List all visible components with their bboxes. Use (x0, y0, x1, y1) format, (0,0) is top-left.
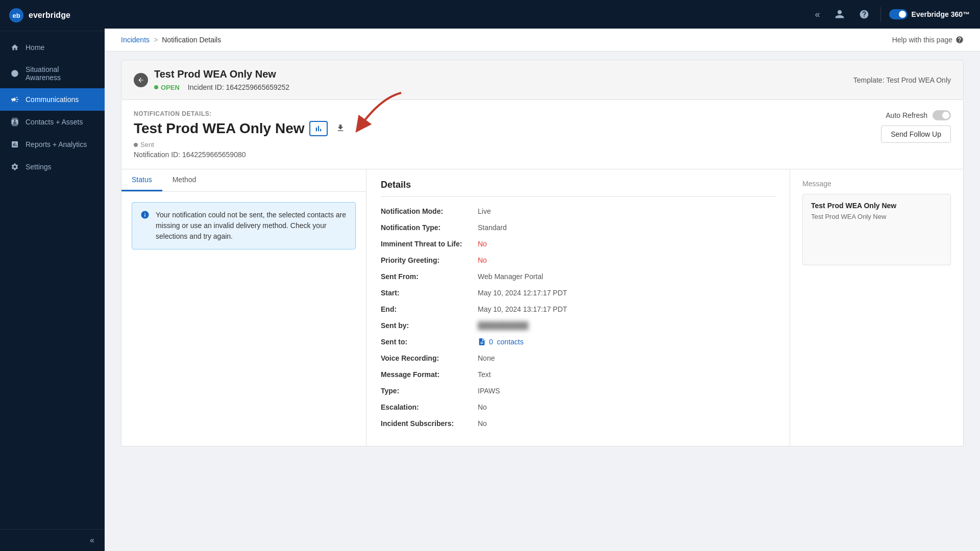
help-link-label: Help with this page (892, 36, 952, 44)
detail-row-priority: Priority Greeting: No (381, 256, 775, 264)
chart-icon (10, 140, 19, 149)
detail-label-imminent: Imminent Threat to Life: (381, 240, 478, 248)
incident-meta: OPEN Incident ID: 1642259665659252 (154, 83, 289, 91)
detail-row-ipaws-type: Type: IPAWS (381, 387, 775, 395)
svg-text:eb: eb (12, 12, 20, 19)
status-label: OPEN (161, 84, 180, 91)
collapse-button[interactable]: « (86, 534, 99, 547)
detail-row-sent-from: Sent From: Web Manager Portal (381, 272, 775, 281)
detail-row-voice: Voice Recording: None (381, 354, 775, 362)
detail-value-escalation: No (478, 403, 487, 411)
sidebar-item-communications-label: Communications (26, 95, 79, 104)
help-link[interactable]: Help with this page (892, 36, 964, 44)
everbridge-360-toggle[interactable] (889, 9, 908, 19)
sidebar-collapse[interactable]: « (0, 529, 105, 551)
message-title: Test Prod WEA Only New (811, 202, 942, 210)
contacts-file-icon (478, 338, 486, 346)
sidebar-item-communications[interactable]: Communications (0, 88, 105, 111)
detail-row-end: End: May 10, 2024 13:17:17 PDT (381, 305, 775, 313)
incident-id: Incident ID: 1642259665659252 (188, 83, 289, 91)
detail-label-sent-from: Sent From: (381, 272, 478, 281)
detail-label-end: End: (381, 305, 478, 313)
sent-label: Sent (140, 141, 154, 148)
sidebar-item-reports-analytics[interactable]: Reports + Analytics (0, 133, 105, 156)
detail-value-format: Text (478, 370, 491, 379)
tabs-section: Status Method Your notification could no… (121, 169, 366, 446)
details-section: Details Notification Mode: Live Notifica… (366, 169, 790, 446)
main-area: « Everbridge 360™ Incidents > Notificati… (105, 0, 980, 551)
chart-icon-button[interactable] (309, 121, 328, 136)
sidebar-item-settings[interactable]: Settings (0, 156, 105, 178)
detail-label-ipaws-type: Type: (381, 387, 478, 395)
sidebar-item-home[interactable]: Home (0, 36, 105, 59)
sidebar-item-situational-label: Situational Awareness (26, 65, 94, 82)
notification-header-wrap: NOTIFICATION DETAILS: Test Prod WEA Only… (134, 110, 951, 159)
detail-label-escalation: Escalation: (381, 403, 478, 411)
tab-method[interactable]: Method (162, 169, 207, 191)
everbridge-logo-icon: eb (8, 7, 24, 23)
action-right: Auto Refresh Send Follow Up (881, 110, 951, 143)
notification-section: NOTIFICATION DETAILS: Test Prod WEA Only… (121, 100, 964, 169)
home-icon (10, 43, 19, 52)
detail-label-priority: Priority Greeting: (381, 256, 478, 264)
detail-label-sent-to: Sent to: (381, 338, 478, 346)
send-followup-button[interactable]: Send Follow Up (881, 126, 951, 143)
auto-refresh-row: Auto Refresh (886, 110, 951, 120)
detail-row-escalation: Escalation: No (381, 403, 775, 411)
notification-title-row: Test Prod WEA Only New (134, 120, 881, 137)
detail-row-sent-by: Sent by: ██████████ (381, 321, 775, 330)
detail-row-imminent: Imminent Threat to Life: No (381, 240, 775, 248)
sidebar-item-situational-awareness[interactable]: Situational Awareness (0, 59, 105, 88)
sidebar-item-contacts-assets[interactable]: Contacts + Assets (0, 111, 105, 133)
detail-row-start: Start: May 10, 2024 12:17:17 PDT (381, 289, 775, 297)
sent-dot (134, 143, 138, 147)
tab-status-label: Status (132, 176, 152, 184)
detail-value-priority: No (478, 256, 487, 264)
tab-status[interactable]: Status (121, 169, 162, 191)
sent-badge: Sent (134, 141, 881, 148)
back-button[interactable] (134, 73, 148, 87)
status-dot (154, 85, 158, 89)
detail-label-sent-by: Sent by: (381, 321, 478, 330)
detail-row-type: Notification Type: Standard (381, 223, 775, 232)
detail-row-mode: Notification Mode: Live (381, 207, 775, 215)
detail-value-sent-to[interactable]: 0 contacts (478, 338, 524, 346)
info-icon (140, 210, 150, 223)
detail-label-subscribers: Incident Subscribers: (381, 419, 478, 428)
status-badge: OPEN (154, 84, 180, 91)
help-icon[interactable] (856, 6, 872, 22)
detail-row-sent-to: Sent to: 0 contacts (381, 338, 775, 346)
notif-id-value: 1642259665659080 (182, 151, 246, 159)
auto-refresh-toggle[interactable] (933, 110, 951, 120)
detail-value-end: May 10, 2024 13:17:17 PDT (478, 305, 567, 313)
message-box: Test Prod WEA Only New Test Prod WEA Onl… (802, 194, 951, 265)
detail-label-voice: Voice Recording: (381, 354, 478, 362)
breadcrumb-separator: > (154, 36, 158, 44)
settings-icon (10, 162, 19, 171)
details-title: Details (381, 180, 775, 197)
user-profile-icon[interactable] (831, 6, 848, 22)
sidebar-nav: Home Situational Awareness Communication… (0, 31, 105, 529)
bar-chart-icon (313, 124, 324, 133)
download-icon[interactable] (336, 123, 345, 134)
tab-bar: Status Method (121, 169, 366, 192)
breadcrumb-incidents-link[interactable]: Incidents (121, 36, 150, 44)
message-section: Message Test Prod WEA Only New Test Prod… (790, 169, 963, 446)
radar-icon (10, 69, 19, 78)
notification-name: Test Prod WEA Only New (134, 120, 304, 137)
incident-id-label: Incident ID: (188, 83, 224, 91)
detail-value-type: Standard (478, 223, 507, 232)
detail-label-type: Notification Type: (381, 223, 478, 232)
detail-value-sent-by: ██████████ (478, 321, 528, 330)
detail-value-voice: None (478, 354, 495, 362)
message-label: Message (802, 180, 951, 188)
sidebar-item-home-label: Home (26, 43, 44, 52)
notif-id-label: Notification ID: (134, 151, 180, 159)
sidebar-item-contacts-label: Contacts + Assets (26, 118, 83, 126)
tabs-details-area: Status Method Your notification could no… (121, 169, 964, 446)
notification-id: Notification ID: 1642259665659080 (134, 151, 881, 159)
collapse-sidebar-icon[interactable]: « (812, 6, 823, 23)
topbar-divider (880, 7, 881, 21)
help-circle-icon (955, 36, 964, 44)
detail-value-ipaws-type: IPAWS (478, 387, 500, 395)
